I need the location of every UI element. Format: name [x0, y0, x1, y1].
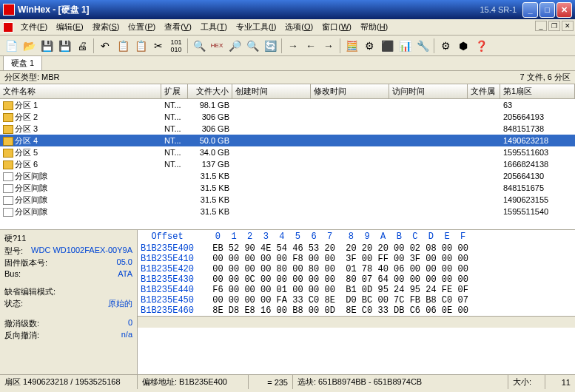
- menu-file[interactable]: 文件(F): [16, 20, 52, 34]
- gear-icon[interactable]: ⚙: [437, 38, 454, 54]
- col-atime[interactable]: 访问时间: [389, 84, 468, 98]
- disk-icon[interactable]: 💾: [38, 38, 55, 54]
- file-size: 31.5 KB: [188, 183, 232, 192]
- find-text-icon[interactable]: 🔎: [226, 38, 243, 54]
- hex-row[interactable]: B1B235E410 00 00 00 00 00 F8 00 00 3F 00…: [138, 254, 575, 264]
- tool4-icon[interactable]: 🔧: [414, 38, 431, 54]
- hex-bytes: F6 00 00 00 01 00 00 00 B1 0D 95 24 95 2…: [212, 285, 468, 295]
- file-name: 分区间隙: [15, 172, 47, 180]
- menu-edit[interactable]: 编辑(E): [52, 20, 88, 34]
- file-list[interactable]: 分区 1NT...98.1 GB63分区 2NT...306 GB2056641…: [0, 99, 575, 229]
- file-size: 31.5 KB: [188, 195, 232, 204]
- maximize-button[interactable]: □: [539, 2, 555, 18]
- find-next-icon[interactable]: 🔍: [244, 38, 260, 54]
- title-bar: WinHex - [硬盘 1] 15.4 SR-1 _ □ ✕: [0, 0, 575, 19]
- copy-icon[interactable]: 📋: [115, 38, 131, 54]
- status-offset: 偏移地址: B1B235E400: [138, 375, 249, 389]
- menu-options[interactable]: 选项(O): [280, 20, 317, 34]
- replace-icon[interactable]: 🔄: [262, 38, 278, 54]
- col-ext[interactable]: 扩展: [161, 84, 188, 98]
- hex-bytes: EB 52 90 4E 54 46 53 20 20 20 20 00 02 0…: [212, 243, 468, 254]
- tool1-icon[interactable]: ⚙: [361, 38, 377, 54]
- save-icon[interactable]: 💾: [56, 38, 73, 54]
- menu-view[interactable]: 查看(V): [160, 20, 196, 34]
- file-row[interactable]: 分区间隙31.5 KB848151675: [0, 182, 575, 194]
- file-size: 50.0 GB: [188, 136, 232, 145]
- minimize-button[interactable]: _: [522, 2, 538, 18]
- file-row[interactable]: 分区 1NT...98.1 GB63: [0, 99, 575, 111]
- col-attr[interactable]: 文件属: [468, 84, 500, 98]
- status-sector: 扇区 1490623218 / 1953525168: [0, 375, 138, 389]
- menu-help[interactable]: 帮助(H): [356, 20, 392, 34]
- menu-pro[interactable]: 专业工具(I): [232, 20, 280, 34]
- forward-icon[interactable]: →: [320, 38, 337, 54]
- tool2-icon[interactable]: ⬛: [379, 38, 395, 54]
- status-selection: 选块: 651B8974BB - 651B8974CB: [293, 375, 508, 389]
- firmware-label: 固件版本号:: [4, 257, 47, 268]
- version-label: 15.4 SR-1: [480, 5, 517, 14]
- file-row[interactable]: 分区间隙31.5 KB1490623155: [0, 194, 575, 206]
- menu-search[interactable]: 搜索(S): [88, 20, 124, 34]
- info-panel: 硬?11 型号:WDC WD1002FAEX-00Y9A 固件版本号:05.0 …: [0, 230, 138, 374]
- menu-position[interactable]: 位置(P): [124, 20, 160, 34]
- col-size[interactable]: 文件大小: [188, 84, 232, 98]
- goto-icon[interactable]: →: [285, 38, 301, 54]
- mdi-close-button[interactable]: ✕: [562, 21, 574, 31]
- hex-row[interactable]: B1B235E430 00 00 0C 00 00 00 00 00 80 07…: [138, 274, 575, 285]
- paste-icon[interactable]: 📋: [132, 38, 149, 54]
- hex-panel[interactable]: Offset 0 1 2 3 4 5 6 7 8 9 A B C D E F B…: [138, 230, 575, 374]
- tool3-icon[interactable]: 📊: [397, 38, 413, 54]
- hex-row[interactable]: B1B235E420 00 00 00 00 80 00 80 00 01 78…: [138, 264, 575, 274]
- file-name: 分区间隙: [15, 183, 47, 192]
- calc-icon[interactable]: 🧮: [343, 38, 360, 54]
- edit-mode-label: 缺省编辑模式:: [4, 286, 132, 297]
- find-icon[interactable]: 🔍: [191, 38, 207, 54]
- print-icon[interactable]: 🖨: [74, 38, 90, 54]
- hex-hscroll[interactable]: [138, 316, 575, 328]
- file-row[interactable]: 分区 3NT...306 GB848151738: [0, 123, 575, 135]
- hex-row[interactable]: B1B235E460 8E D8 E8 16 00 B8 00 0D 8E C0…: [138, 305, 575, 316]
- file-row[interactable]: 分区 4NT...50.0 GB1490623218: [0, 135, 575, 146]
- hex-icon[interactable]: ⬢: [455, 38, 471, 54]
- file-row[interactable]: 分区 2NT...306 GB205664193: [0, 111, 575, 123]
- redo-label: 反向撤消:: [4, 330, 39, 341]
- toolbar: 📄 📂 💾 💾 🖨 ↶ 📋 📋 ✂ 101010 🔍 HEX 🔎 🔍 🔄 → ←…: [0, 36, 575, 56]
- undo-icon[interactable]: ↶: [97, 38, 113, 54]
- cut-icon[interactable]: ✂: [150, 38, 167, 54]
- binary-icon[interactable]: 101010: [168, 38, 184, 54]
- file-name: 分区 4: [15, 136, 38, 145]
- file-row[interactable]: 分区 6NT...137 GB1666824138: [0, 158, 575, 170]
- col-name[interactable]: 文件名称: [0, 84, 161, 98]
- menu-tools[interactable]: 工具(T): [196, 20, 232, 34]
- mdi-minimize-button[interactable]: _: [535, 21, 547, 31]
- col-mtime[interactable]: 修改时间: [311, 84, 389, 98]
- back-icon[interactable]: ←: [303, 38, 319, 54]
- hex-row[interactable]: B1B235E400 EB 52 90 4E 54 46 53 20 20 20…: [138, 243, 575, 254]
- file-row[interactable]: 分区间隙31.5 KB205664130: [0, 170, 575, 182]
- hex-offset: B1B235E430: [141, 274, 207, 285]
- gap-icon: [3, 208, 13, 217]
- new-icon[interactable]: 📄: [3, 38, 19, 54]
- hex-row[interactable]: B1B235E450 00 00 00 00 FA 33 C0 8E D0 BC…: [138, 295, 575, 305]
- help-icon[interactable]: ❓: [473, 38, 489, 54]
- hex-row[interactable]: B1B235E440 F6 00 00 00 01 00 00 00 B1 0D…: [138, 285, 575, 295]
- close-button[interactable]: ✕: [556, 2, 572, 18]
- tab-disk[interactable]: 硬盘 1: [3, 55, 42, 70]
- file-ext: NT...: [161, 148, 188, 157]
- col-ctime[interactable]: 创建时间: [232, 84, 311, 98]
- file-ext: NT...: [161, 160, 188, 169]
- gap-icon: [3, 196, 13, 205]
- firmware-value: 05.0: [117, 257, 132, 268]
- file-name: 分区 3: [15, 124, 38, 133]
- menu-window[interactable]: 窗口(W): [317, 20, 356, 34]
- hex-bytes: 8E D8 E8 16 00 B8 00 0D 8E C0 33 DB C6 0…: [212, 305, 468, 316]
- find-hex-icon[interactable]: HEX: [209, 38, 225, 54]
- redo-value: n/a: [121, 330, 132, 341]
- file-row[interactable]: 分区间隙31.5 KB1595511540: [0, 206, 575, 217]
- col-sector[interactable]: 第1扇区: [500, 84, 575, 98]
- file-row[interactable]: 分区 5NT...34.0 GB1595511603: [0, 146, 575, 158]
- mdi-restore-button[interactable]: ❐: [548, 21, 560, 31]
- open-icon[interactable]: 📂: [21, 38, 37, 54]
- file-name: 分区 5: [15, 148, 38, 157]
- hex-offset: B1B235E450: [141, 295, 207, 305]
